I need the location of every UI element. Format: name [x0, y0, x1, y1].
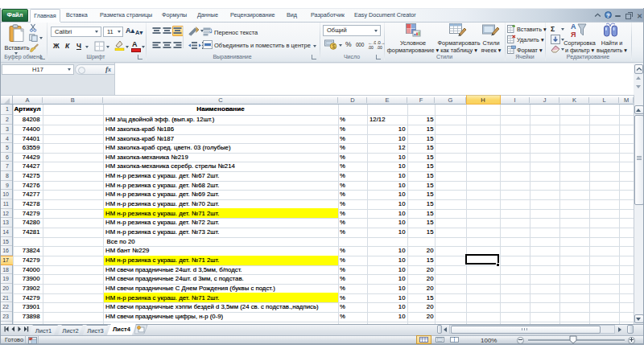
- svg-text:А: А: [571, 23, 576, 31]
- svg-text:Я: Я: [571, 31, 576, 38]
- svg-text:$: $: [332, 43, 335, 49]
- svg-text:.00: .00: [368, 45, 374, 50]
- svg-text:.00: .00: [377, 45, 382, 50]
